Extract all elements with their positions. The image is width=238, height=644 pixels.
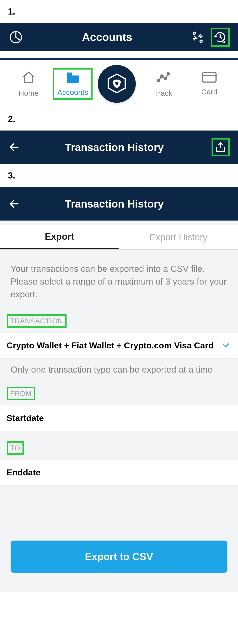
to-label-highlighted: TO (7, 441, 24, 455)
export-tabs: Export Export History (0, 226, 238, 250)
track-icon (156, 70, 170, 86)
svg-text:$: $ (222, 38, 225, 44)
wallet-note: Only one transaction type can be exporte… (0, 358, 238, 387)
svg-point-1 (193, 32, 195, 34)
start-date-field[interactable]: Startdate (0, 405, 238, 431)
nav-home-label: Home (19, 89, 39, 98)
nav-track[interactable]: Track (141, 70, 185, 98)
transaction-history-bar-2: Transaction History (0, 187, 238, 220)
home-icon (22, 70, 36, 86)
transfer-icon[interactable] (191, 30, 204, 44)
bottom-nav: Home Accounts (0, 58, 238, 108)
nav-accounts-label: Accounts (57, 88, 88, 96)
svg-rect-10 (203, 72, 216, 82)
to-label: TO (8, 442, 23, 454)
step-2-label: 2. (0, 108, 238, 130)
crypto-com-logo-icon (106, 73, 127, 95)
nav-track-label: Track (154, 89, 172, 98)
from-label-highlighted: FROM (7, 387, 35, 400)
end-date-field[interactable]: Enddate (0, 460, 238, 486)
tab-export-history[interactable]: Export History (119, 226, 238, 249)
svg-point-2 (200, 40, 202, 42)
pie-chart-icon[interactable] (8, 30, 23, 45)
tab-export[interactable]: Export (0, 226, 119, 249)
wallet-selection: Crypto Wallet + Fiat Wallet + Crypto.com… (7, 341, 213, 350)
export-to-csv-button[interactable]: Export to CSV (11, 540, 227, 573)
nav-logo[interactable] (95, 65, 139, 103)
nav-accounts-highlighted: Accounts (53, 68, 93, 100)
folder-icon (66, 71, 80, 85)
transaction-history-bar-1: Transaction History (0, 130, 238, 164)
header-title: Accounts (23, 31, 191, 44)
wallet-dropdown[interactable]: Crypto Wallet + Fiat Wallet + Crypto.com… (0, 332, 238, 358)
transaction-label-highlighted: TRANSACTION (7, 314, 67, 328)
nav-accounts[interactable]: Accounts (57, 71, 88, 96)
nav-card-label: Card (201, 88, 217, 96)
nav-card[interactable]: Card (187, 72, 231, 96)
svg-rect-4 (67, 72, 72, 75)
card-icon (202, 72, 217, 84)
chevron-down-icon (221, 340, 230, 351)
th-title-1: Transaction History (15, 141, 214, 154)
export-info-text: Your transactions can be exported into a… (0, 250, 238, 314)
step-1-label: 1. (0, 0, 238, 23)
accounts-header: Accounts $ (0, 23, 238, 51)
from-label: FROM (8, 388, 34, 399)
nav-home[interactable]: Home (7, 70, 51, 98)
export-icon-highlighted[interactable] (211, 138, 230, 156)
history-icon-highlighted[interactable]: $ (211, 28, 230, 47)
transaction-label: TRANSACTION (8, 316, 65, 326)
th-title-2: Transaction History (15, 198, 214, 210)
step-3-label: 3. (0, 164, 238, 187)
